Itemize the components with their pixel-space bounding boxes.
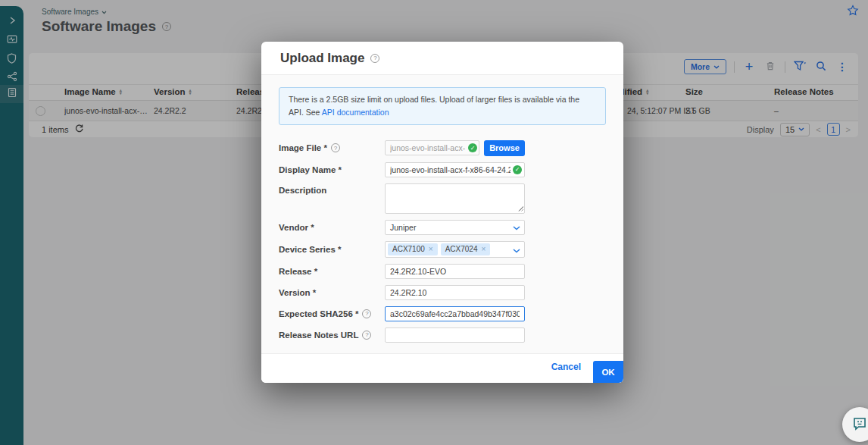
vendor-control: Juniper — [385, 220, 525, 235]
release-control — [385, 264, 525, 279]
description-label: Description — [279, 186, 385, 195]
display-name-label: Display Name * — [279, 165, 385, 174]
version-input[interactable] — [385, 285, 525, 300]
form-row-image-file: Image File * Browse — [279, 140, 606, 156]
vendor-label: Vendor * — [279, 223, 385, 232]
help-icon[interactable] — [362, 309, 371, 318]
display-name-input[interactable] — [385, 162, 525, 177]
device-series-control: ACX7100 ACX7024 — [385, 241, 525, 258]
release-notes-url-control — [385, 327, 525, 343]
form-row-release-notes-url: Release Notes URL — [279, 327, 606, 343]
cancel-button[interactable]: Cancel — [551, 362, 581, 372]
upload-form: Image File * Browse Display Name * — [279, 140, 606, 343]
form-row-sha256: Expected SHA256 * — [279, 306, 606, 321]
version-label: Version * — [279, 288, 385, 297]
modal-footer: Cancel OK — [261, 353, 623, 383]
app-root: Software Images Software Images More + — [0, 0, 868, 445]
device-series-multiselect[interactable]: ACX7100 ACX7024 — [385, 241, 525, 258]
sha256-control — [385, 306, 525, 321]
image-file-label: Image File * — [279, 143, 385, 152]
form-row-version: Version * — [279, 285, 606, 300]
remove-chip-icon[interactable] — [481, 245, 486, 253]
chat-bubble-icon — [851, 415, 868, 434]
form-row-release: Release * — [279, 264, 606, 279]
device-series-label: Device Series * — [279, 245, 385, 254]
remove-chip-icon[interactable] — [429, 245, 433, 253]
vendor-select[interactable]: Juniper — [385, 220, 525, 235]
form-row-vendor: Vendor * Juniper — [279, 220, 606, 235]
release-input[interactable] — [385, 264, 525, 279]
description-textarea[interactable] — [385, 183, 525, 214]
valid-check-icon — [513, 165, 522, 174]
description-control — [385, 183, 525, 214]
valid-check-icon — [468, 143, 477, 152]
release-label: Release * — [279, 267, 385, 276]
form-row-description: Description — [279, 183, 606, 214]
api-documentation-link[interactable]: API documentation — [322, 108, 389, 117]
device-series-chip: ACX7024 — [441, 243, 491, 255]
browse-button[interactable]: Browse — [484, 140, 525, 156]
help-icon[interactable] — [362, 331, 371, 340]
release-notes-url-label: Release Notes URL — [279, 331, 385, 340]
modal-title: Upload Image — [280, 51, 364, 66]
form-row-device-series: Device Series * ACX7100 ACX7024 — [279, 241, 606, 258]
chevron-down-icon — [513, 243, 520, 256]
upload-image-modal: Upload Image There is a 2.5GB size limit… — [261, 42, 623, 383]
help-icon[interactable] — [370, 54, 379, 63]
sha256-input[interactable] — [385, 306, 525, 321]
form-row-display-name: Display Name * — [279, 162, 606, 177]
image-file-input — [385, 140, 479, 155]
sha256-label: Expected SHA256 * — [279, 309, 385, 318]
modal-body: There is a 2.5GB size limit on upload fi… — [261, 75, 623, 353]
image-file-control: Browse — [385, 140, 525, 156]
version-control — [385, 285, 525, 300]
release-notes-url-input[interactable] — [385, 327, 525, 343]
chevron-down-icon — [513, 223, 520, 232]
info-banner: There is a 2.5GB size limit on upload fi… — [279, 87, 606, 125]
ok-button[interactable]: OK — [593, 361, 623, 383]
vendor-selected-value: Juniper — [390, 223, 416, 232]
device-series-chip: ACX7100 — [388, 243, 438, 255]
help-icon[interactable] — [331, 143, 340, 152]
display-name-control — [385, 162, 525, 177]
modal-header: Upload Image — [261, 42, 623, 75]
